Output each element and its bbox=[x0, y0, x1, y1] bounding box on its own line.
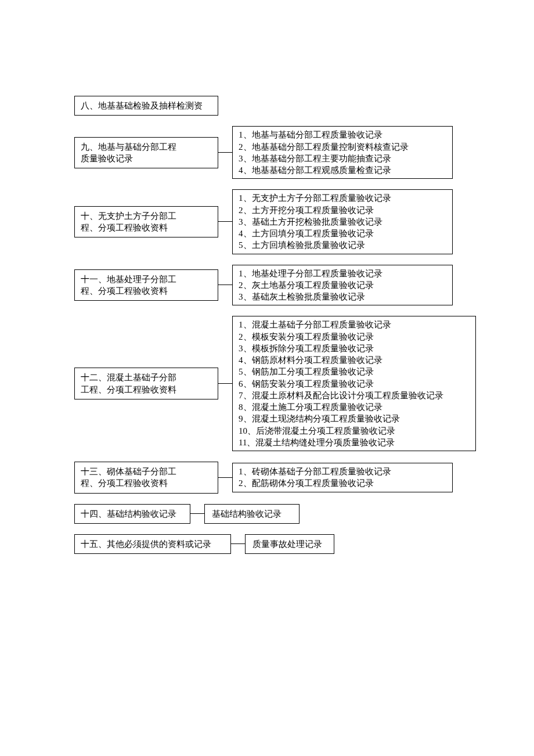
section-8-row: 八、地基基础检验及抽样检测资 bbox=[0, 96, 534, 116]
connector-icon bbox=[231, 543, 245, 544]
section-15-right-text: 质量事故处理记录 bbox=[252, 539, 322, 549]
section-8-box: 八、地基基础检验及抽样检测资 bbox=[74, 96, 218, 116]
section-9-box: 九、地基与基础分部工程 质量验收记录 bbox=[74, 137, 218, 169]
list-item: 9、混凝土现浇结构分项工程质量验收记录 bbox=[239, 413, 470, 424]
section-12-box: 十二、混凝土基础子分部 工程、分项工程验收资料 bbox=[74, 368, 218, 399]
section-10-title-line1: 十、无支护土方子分部工 bbox=[81, 210, 212, 222]
list-item: 1、混凝土基础子分部工程质量验收记录 bbox=[239, 319, 470, 330]
connector-icon bbox=[218, 221, 232, 222]
list-item: 1、无支护土方子分部工程质量验收记录 bbox=[239, 192, 446, 204]
section-14-right: 基础结构验收记录 bbox=[204, 504, 300, 524]
section-13-title-line2: 程、分项工程验收资料 bbox=[81, 477, 212, 489]
section-12-row: 十二、混凝土基础子分部 工程、分项工程验收资料 1、混凝土基础子分部工程质量验收… bbox=[0, 316, 534, 451]
list-item: 11、混凝土结构缝处理分项质量验收记录 bbox=[239, 437, 470, 448]
list-item: 4、土方回填分项工程质量验收记录 bbox=[239, 228, 446, 239]
section-11-items: 1、地基处理子分部工程质量验收记录 2、灰土地基分项工程质量验收记录 3、基础灰… bbox=[232, 265, 453, 306]
connector-icon bbox=[218, 477, 232, 478]
list-item: 2、灰土地基分项工程质量验收记录 bbox=[239, 279, 446, 291]
list-item: 5、土方回填检验批质量验收记录 bbox=[239, 239, 446, 251]
list-item: 4、钢筋原材料分项工程质量验收记录 bbox=[239, 354, 470, 366]
section-10-row: 十、无支护土方子分部工 程、分项工程验收资料 1、无支护土方子分部工程质量验收记… bbox=[0, 189, 534, 254]
list-item: 2、土方开挖分项工程质量验收记录 bbox=[239, 204, 446, 216]
section-9-row: 九、地基与基础分部工程 质量验收记录 1、地基与基础分部工程质量验收记录 2、地… bbox=[0, 126, 534, 179]
section-10-title-line2: 程、分项工程验收资料 bbox=[81, 222, 212, 233]
section-9-title-line2: 质量验收记录 bbox=[81, 153, 212, 164]
section-14-box: 十四、基础结构验收记录 bbox=[74, 504, 190, 524]
section-13-title-line1: 十三、砌体基础子分部工 bbox=[81, 466, 212, 477]
section-15-row: 十五、其他必须提供的资料或记录 质量事故处理记录 bbox=[0, 534, 534, 554]
section-13-row: 十三、砌体基础子分部工 程、分项工程验收资料 1、砖砌体基础子分部工程质量验收记… bbox=[0, 462, 534, 494]
connector-icon bbox=[218, 285, 232, 285]
section-11-title-line1: 十一、地基处理子分部工 bbox=[81, 273, 212, 285]
connector-icon bbox=[218, 383, 232, 384]
section-14-row: 十四、基础结构验收记录 基础结构验收记录 bbox=[0, 504, 534, 524]
list-item: 3、基础灰土检验批质量验收记录 bbox=[239, 291, 446, 303]
section-14-title: 十四、基础结构验收记录 bbox=[81, 509, 176, 519]
list-item: 6、钢筋安装分项工程质量验收记录 bbox=[239, 378, 470, 390]
list-item: 2、地基基础分部工程质量控制资料核查记录 bbox=[239, 141, 446, 153]
list-item: 10、后浇带混凝土分项工程质量验收记录 bbox=[239, 425, 470, 437]
section-15-right: 质量事故处理记录 bbox=[245, 534, 334, 554]
section-10-items: 1、无支护土方子分部工程质量验收记录 2、土方开挖分项工程质量验收记录 3、基础… bbox=[232, 189, 453, 254]
list-item: 2、配筋砌体分项工程质量验收记录 bbox=[239, 477, 446, 489]
section-14-right-text: 基础结构验收记录 bbox=[212, 509, 282, 519]
list-item: 1、地基处理子分部工程质量验收记录 bbox=[239, 268, 446, 279]
list-item: 3、地基基础分部工程主要功能抽查记录 bbox=[239, 153, 446, 164]
list-item: 1、地基与基础分部工程质量验收记录 bbox=[239, 129, 446, 141]
section-13-box: 十三、砌体基础子分部工 程、分项工程验收资料 bbox=[74, 462, 218, 494]
section-12-items: 1、混凝土基础子分部工程质量验收记录 2、模板安装分项工程质量验收记录 3、模板… bbox=[232, 316, 476, 451]
section-8-title: 八、地基基础检验及抽样检测资 bbox=[81, 101, 203, 110]
connector-icon bbox=[218, 152, 232, 153]
section-11-row: 十一、地基处理子分部工 程、分项工程验收资料 1、地基处理子分部工程质量验收记录… bbox=[0, 265, 534, 306]
section-9-items: 1、地基与基础分部工程质量验收记录 2、地基基础分部工程质量控制资料核查记录 3… bbox=[232, 126, 453, 179]
list-item: 3、基础土方开挖检验批质量验收记录 bbox=[239, 216, 446, 228]
list-item: 1、砖砌体基础子分部工程质量验收记录 bbox=[239, 466, 446, 477]
section-9-title-line1: 九、地基与基础分部工程 bbox=[81, 141, 212, 153]
list-item: 5、钢筋加工分项工程质量验收记录 bbox=[239, 366, 470, 377]
section-12-title-line1: 十二、混凝土基础子分部 bbox=[81, 372, 212, 383]
list-item: 8、混凝土施工分项工程质量验收记录 bbox=[239, 401, 470, 413]
section-13-items: 1、砖砌体基础子分部工程质量验收记录 2、配筋砌体分项工程质量验收记录 bbox=[232, 463, 453, 492]
section-11-title-line2: 程、分项工程验收资料 bbox=[81, 285, 212, 297]
list-item: 4、地基基础分部工程观感质量检查记录 bbox=[239, 164, 446, 176]
section-10-box: 十、无支护土方子分部工 程、分项工程验收资料 bbox=[74, 206, 218, 238]
list-item: 7、混凝土原材料及配合比设计分项工程质量验收记录 bbox=[239, 390, 470, 401]
section-15-box: 十五、其他必须提供的资料或记录 bbox=[74, 534, 231, 554]
section-11-box: 十一、地基处理子分部工 程、分项工程验收资料 bbox=[74, 269, 218, 301]
list-item: 3、模板拆除分项工程质量验收记录 bbox=[239, 343, 470, 354]
section-15-title: 十五、其他必须提供的资料或记录 bbox=[81, 539, 211, 549]
connector-icon bbox=[190, 513, 204, 514]
section-12-title-line2: 工程、分项工程验收资料 bbox=[81, 384, 212, 395]
list-item: 2、模板安装分项工程质量验收记录 bbox=[239, 331, 470, 343]
